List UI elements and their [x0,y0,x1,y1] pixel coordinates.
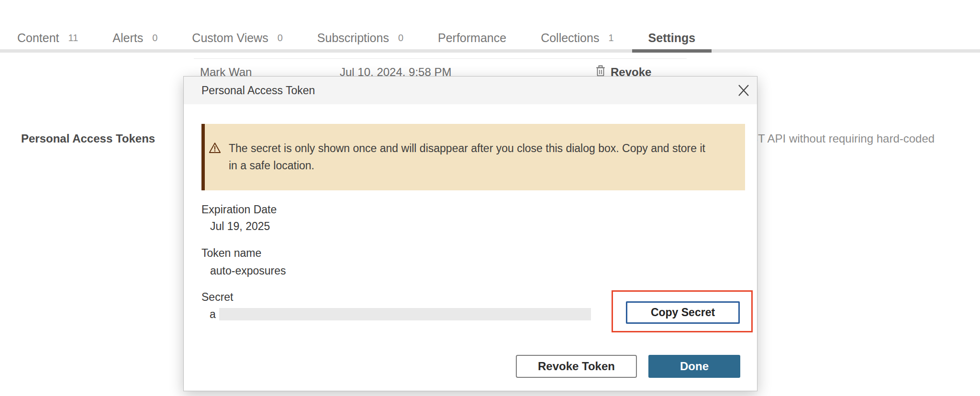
revoke-token-button[interactable]: Revoke Token [516,355,637,378]
copy-secret-button[interactable]: Copy Secret [626,301,740,324]
personal-access-tokens-label: Personal Access Tokens [21,132,155,145]
close-icon [737,84,750,97]
table-row-divider [194,58,687,59]
expiration-date-label: Expiration Date [201,203,277,216]
screen: Content 11 Alerts 0 Custom Views 0 Subsc… [0,0,980,396]
pat-description-fragment: ST API without requiring hard-coded [750,132,935,145]
expiration-date-value: Jul 19, 2025 [210,220,270,233]
warning-text: The secret is only shown once and will d… [229,140,710,174]
done-button[interactable]: Done [648,355,740,378]
warning-icon [209,142,221,156]
dialog-header: Personal Access Token [184,77,757,104]
token-name-label: Token name [201,247,261,260]
secret-label: Secret [201,291,233,304]
secret-redacted-bar [219,308,591,320]
warning-banner: The secret is only shown once and will d… [201,124,745,190]
close-button[interactable] [737,84,750,97]
dialog-title: Personal Access Token [201,77,315,104]
secret-value: a [210,308,216,321]
token-name-value: auto-exposures [210,264,286,277]
personal-access-token-dialog: Personal Access Token The secret is only… [183,76,757,391]
